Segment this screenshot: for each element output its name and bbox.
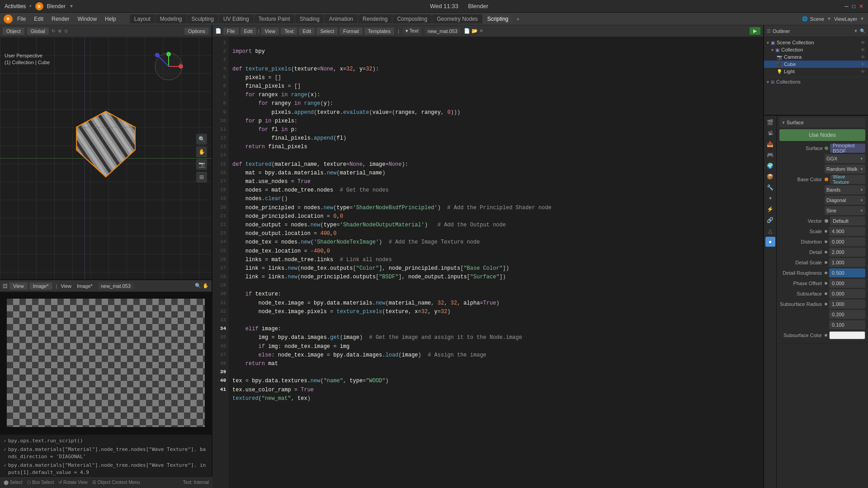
collection-vis-icon[interactable]: 👁 bbox=[861, 47, 865, 52]
outliner-search-icon[interactable]: 🔍 bbox=[860, 28, 865, 33]
script-close-btn[interactable]: ✕ bbox=[479, 28, 483, 34]
light-vis-icon[interactable]: 👁 bbox=[861, 69, 865, 74]
props-icon-particles[interactable]: ✦ bbox=[765, 193, 775, 203]
props-icon-object[interactable]: 📦 bbox=[765, 172, 775, 182]
props-icon-physics[interactable]: ⚡ bbox=[765, 204, 775, 214]
tab-uv-editing[interactable]: UV Editing bbox=[219, 14, 254, 23]
menu-file[interactable]: File bbox=[14, 14, 29, 23]
tab-geometry-nodes[interactable]: Geometry Nodes bbox=[432, 14, 482, 23]
ggx-dropdown[interactable]: GGX bbox=[825, 154, 865, 163]
minimize-button[interactable]: ─ bbox=[844, 3, 849, 9]
viewport-canvas[interactable]: User Perspective (1) Collection | Cube bbox=[0, 37, 212, 279]
script-tab-templates[interactable]: Templates bbox=[364, 28, 394, 35]
outliner-scene-collection[interactable]: ▾ ▣ Scene Collection 👁 bbox=[764, 39, 868, 46]
code-area[interactable]: 1 2 3 4 5 6 7 8 9 10 11 12 13 14 15 16 1… bbox=[212, 37, 763, 488]
subsurface-color-swatch[interactable] bbox=[829, 331, 865, 339]
viewport-options-btn[interactable]: Options bbox=[184, 28, 209, 35]
grid-button[interactable]: ⊞ bbox=[196, 172, 207, 183]
tab-rendering[interactable]: Rendering bbox=[358, 14, 392, 23]
script-tab-view2[interactable]: View bbox=[261, 28, 279, 35]
script-tab-file[interactable]: File bbox=[223, 28, 239, 35]
image-editor[interactable]: 🖼 View Image* | View Image* new_mat.053 … bbox=[0, 280, 212, 434]
scene-collection-vis-icon[interactable]: 👁 bbox=[861, 40, 865, 45]
viewport-gizmo[interactable]: X Y Z bbox=[153, 51, 184, 82]
zoom-in-button[interactable]: 🔍 bbox=[196, 134, 207, 145]
outliner-camera[interactable]: 📷 Camera 👁 bbox=[764, 53, 868, 61]
tab-compositing[interactable]: Compositing bbox=[392, 14, 432, 23]
script-tab-select[interactable]: Select bbox=[316, 28, 338, 35]
outliner-light[interactable]: 💡 Light 👁 bbox=[764, 68, 868, 75]
props-icon-scene[interactable]: 🎬 bbox=[765, 117, 775, 127]
tab-layout[interactable]: Layout bbox=[130, 14, 155, 23]
detail-value[interactable]: 2.000 bbox=[829, 248, 865, 257]
props-icon-view3d[interactable]: 🎮 bbox=[765, 150, 775, 160]
menu-window[interactable]: Window bbox=[74, 14, 100, 23]
phase-offset-value[interactable]: 0.000 bbox=[829, 279, 865, 288]
pan-button[interactable]: ✋ bbox=[196, 146, 207, 157]
diagonal-dropdown[interactable]: Diagonal bbox=[825, 196, 865, 205]
menu-edit[interactable]: Edit bbox=[30, 14, 47, 23]
viewport-object-mode[interactable]: Object bbox=[3, 28, 24, 35]
activities-button[interactable]: Activities bbox=[5, 3, 26, 9]
detail-roughness-value[interactable]: 0.500 bbox=[829, 268, 865, 277]
outliner-filter-icon[interactable]: ▼ bbox=[854, 28, 858, 33]
props-icon-data[interactable]: △ bbox=[765, 226, 775, 236]
script-tab-edit[interactable]: Edit bbox=[241, 28, 256, 35]
add-workspace-button[interactable]: + bbox=[514, 15, 523, 23]
props-icon-modifier[interactable]: 🔧 bbox=[765, 183, 775, 192]
principled-bsdf-value[interactable]: Principled BSDF bbox=[830, 144, 865, 153]
image-editor-tab-view[interactable]: View bbox=[9, 282, 28, 290]
camera-vis-icon[interactable]: 👁 bbox=[861, 55, 865, 60]
image-filename[interactable]: new_mat.053 bbox=[98, 282, 133, 290]
script-tab-text[interactable]: Text bbox=[281, 28, 297, 35]
script-tab-edit2[interactable]: Edit bbox=[299, 28, 315, 35]
props-icon-material[interactable]: ● bbox=[765, 237, 775, 247]
checker-canvas[interactable] bbox=[0, 292, 212, 434]
detail-scale-value[interactable]: 1.000 bbox=[829, 258, 865, 267]
outliner-collections-header[interactable]: ▾ ⊞ Collections bbox=[764, 77, 868, 85]
viewport-3d[interactable]: Object Global ↻ ⊕ ⊙ Options User Perspec… bbox=[0, 25, 212, 280]
tab-animation[interactable]: Animation bbox=[325, 14, 358, 23]
distortion-value[interactable]: 0.000 bbox=[829, 237, 865, 246]
vector-value[interactable]: Default bbox=[830, 216, 865, 225]
random-walk-dropdown[interactable]: Random Walk bbox=[825, 164, 865, 174]
tab-scripting[interactable]: Scripting bbox=[483, 14, 513, 23]
image-editor-image-btn[interactable]: Image* bbox=[75, 282, 94, 290]
tab-sculpting[interactable]: Sculpting bbox=[187, 14, 218, 23]
props-icon-renderlayer[interactable]: 📽 bbox=[765, 128, 775, 138]
cube-vis-icon[interactable]: 👁 bbox=[861, 62, 865, 67]
radius2-value[interactable]: 0.200 bbox=[829, 310, 865, 319]
subsurface-radius-value[interactable]: 1.000 bbox=[829, 300, 865, 309]
script-open-btn[interactable]: 📂 bbox=[472, 28, 478, 34]
view-layer-label[interactable]: ViewLayer bbox=[834, 16, 857, 22]
tab-texture-paint[interactable]: Texture Paint bbox=[254, 14, 295, 23]
use-nodes-button[interactable]: Use Nodes bbox=[779, 129, 865, 141]
script-tab-format[interactable]: Format bbox=[340, 28, 363, 35]
menu-render[interactable]: Render bbox=[48, 14, 73, 23]
script-editor[interactable]: 📄 File Edit | View Text Edit Select Form… bbox=[212, 25, 764, 488]
image-editor-view-btn[interactable]: View bbox=[59, 282, 73, 290]
script-run-button[interactable]: ▶ bbox=[750, 27, 760, 35]
bands-dropdown[interactable]: Bands bbox=[825, 185, 865, 194]
camera-button[interactable]: 📷 bbox=[196, 159, 207, 170]
tab-shading[interactable]: Shading bbox=[295, 14, 324, 23]
props-icon-output[interactable]: 📤 bbox=[765, 139, 775, 149]
tab-modeling[interactable]: Modeling bbox=[156, 14, 187, 23]
scene-label[interactable]: Scene bbox=[810, 16, 824, 22]
scale-value[interactable]: 4.900 bbox=[829, 227, 865, 236]
outliner-collection[interactable]: ▾ ▣ Collection 👁 bbox=[764, 46, 868, 53]
outliner-cube[interactable]: ⬛ Cube 👁 bbox=[764, 61, 868, 68]
script-filename[interactable]: new_mat.053 bbox=[425, 28, 460, 35]
props-surface-header[interactable]: ▾ Surface bbox=[779, 117, 865, 127]
viewport-global[interactable]: Global bbox=[27, 28, 49, 35]
props-icon-constraints[interactable]: 🔗 bbox=[765, 215, 775, 225]
menu-help[interactable]: Help bbox=[101, 14, 120, 23]
subsurface-value[interactable]: 0.000 bbox=[829, 289, 865, 298]
wave-texture-value[interactable]: Wave Texture bbox=[830, 175, 865, 184]
props-icon-world[interactable]: 🌍 bbox=[765, 161, 775, 171]
radius3-value[interactable]: 0.100 bbox=[829, 320, 865, 329]
app-name-menu[interactable]: Blender bbox=[47, 3, 66, 9]
maximize-button[interactable]: □ bbox=[852, 3, 855, 9]
script-new-btn[interactable]: 📄 bbox=[464, 28, 470, 34]
sine-dropdown[interactable]: Sine bbox=[825, 206, 865, 215]
